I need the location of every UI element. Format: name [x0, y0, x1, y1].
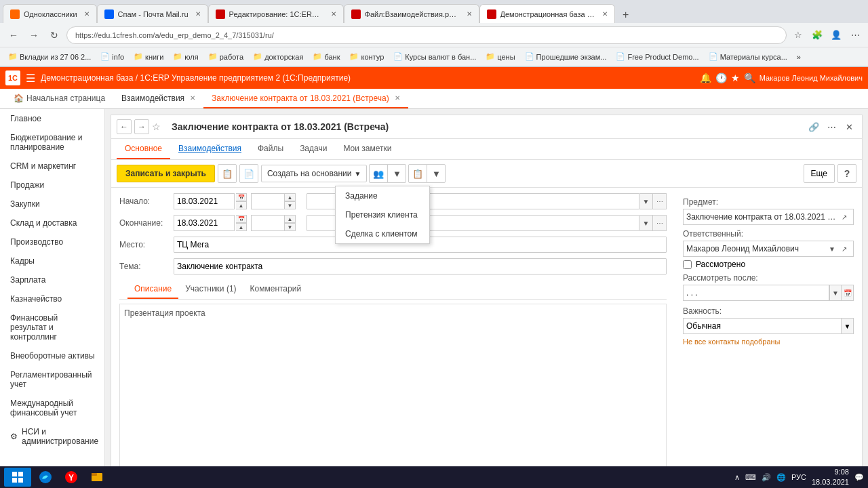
bookmark-work[interactable]: 📁 работа — [204, 51, 248, 62]
end-extra-dropdown[interactable]: ▼ — [639, 215, 653, 231]
review-after-dropdown-btn[interactable]: ▼ — [829, 285, 842, 301]
sidebar-item-purchases[interactable]: Закупки — [0, 195, 104, 214]
forward-button[interactable]: → — [26, 27, 42, 43]
sidebar-item-hr[interactable]: Кадры — [0, 251, 104, 270]
taskbar-network-icon[interactable]: 🌐 — [776, 473, 786, 482]
app-menu-button[interactable]: ☰ — [26, 72, 35, 85]
taskbar-yandex[interactable]: Y — [60, 468, 83, 487]
start-extra-btn[interactable]: ⋯ — [653, 193, 667, 209]
dropdown-item-complaint[interactable]: Претензия клиента — [336, 205, 429, 224]
end-date-input[interactable]: 18.03.2021 — [174, 215, 235, 231]
bookmark-prices[interactable]: 📁 цены — [481, 51, 519, 62]
responsible-dropdown-btn[interactable]: ▼ — [826, 245, 838, 253]
warning-text[interactable]: Не все контакты подобраны — [683, 338, 781, 346]
browser-tab-2[interactable]: Спам - Почта Mail.ru ✕ — [97, 4, 208, 23]
bookmark-yulya[interactable]: 📁 юля — [169, 51, 202, 62]
doc-action-icon[interactable]: 📋 — [408, 164, 427, 183]
start-extra-dropdown[interactable]: ▼ — [639, 193, 653, 209]
subject-link-btn[interactable]: ↗ — [838, 214, 850, 221]
theme-input[interactable]: Заключение контракта — [174, 258, 667, 274]
people-dropdown-icon[interactable]: ▼ — [387, 164, 406, 183]
doc-action-dropdown-icon[interactable]: ▼ — [427, 164, 446, 183]
sidebar-item-payroll[interactable]: Зарплата — [0, 270, 104, 289]
tab-close-5[interactable]: ✕ — [602, 10, 608, 18]
end-date-up-button[interactable]: ▲ — [236, 223, 247, 231]
tab-close-1[interactable]: ✕ — [84, 10, 90, 18]
bookmark-exams[interactable]: 📄 Прошедшие экзам... — [521, 51, 611, 62]
sidebar-item-sales[interactable]: Продажи — [0, 176, 104, 195]
sidebar-item-warehouse[interactable]: Склад и доставка — [0, 214, 104, 232]
start-date-up-button[interactable]: ▲ — [236, 201, 247, 209]
tab-close-4[interactable]: ✕ — [467, 10, 472, 18]
history-icon[interactable]: 🕐 — [715, 73, 727, 83]
end-date-cal-button[interactable]: 📅 — [236, 215, 247, 223]
review-after-field[interactable]: . . . — [683, 285, 829, 301]
start-date-cal-button[interactable]: 📅 — [236, 193, 247, 201]
bookmark-books[interactable]: 📁 книги — [130, 51, 167, 62]
bookmark-star[interactable]: ☆ — [791, 28, 806, 43]
bookmark-freedemo[interactable]: 📄 Free Product Demo... — [612, 51, 703, 62]
sidebar-item-finance[interactable]: Финансовый результат и контроллинг — [0, 308, 104, 346]
more-button[interactable]: Еще — [804, 164, 835, 183]
content-tab-participants[interactable]: Участники (1) — [178, 280, 243, 299]
new-tab-button[interactable]: + — [618, 7, 634, 23]
start-date-input[interactable]: 18.03.2021 — [174, 193, 235, 209]
bookmark-more[interactable]: » — [793, 52, 805, 62]
sidebar-item-main[interactable]: Главное — [0, 109, 104, 128]
save-close-button[interactable]: Записать и закрыть — [117, 165, 215, 182]
review-after-cal-btn[interactable]: 📅 — [842, 285, 854, 301]
browser-tab-5[interactable]: Демонстрационная база / 1С:... ✕ — [479, 4, 615, 23]
taskbar-explorer[interactable] — [85, 468, 108, 487]
address-bar[interactable]: https://edu.1cfresh.com/a/edu_erp_demo_2… — [66, 26, 787, 44]
bookmark-folders[interactable]: 📁 Вкладки из 27 06 2... — [4, 51, 95, 62]
description-box[interactable]: Презентация проекта — [119, 304, 667, 480]
doc-star-icon[interactable]: ☆ — [152, 121, 161, 132]
end-extra-btn[interactable]: ⋯ — [653, 215, 667, 231]
start-time-up[interactable]: ▲ — [285, 193, 296, 201]
back-button[interactable]: ← — [5, 27, 22, 43]
dropdown-item-deal[interactable]: Сделка с клиентом — [336, 224, 429, 243]
sidebar-item-nsi[interactable]: ⚙ НСИ и администрирование — [0, 422, 104, 451]
doc-link-icon[interactable]: 🔗 — [806, 119, 821, 134]
create-based-button[interactable]: Создать на основании ▼ — [261, 165, 367, 182]
nav-tab-document-close[interactable]: ✕ — [395, 94, 400, 102]
end-time-input[interactable] — [251, 215, 285, 231]
notification-icon[interactable]: 🔔 — [700, 73, 711, 83]
reload-button[interactable]: ↻ — [46, 27, 62, 43]
sidebar-item-crm[interactable]: CRM и маркетинг — [0, 157, 104, 176]
nav-tab-interactions-close[interactable]: ✕ — [190, 94, 195, 102]
favorites-icon[interactable]: ★ — [731, 73, 740, 83]
tab-close-3[interactable]: ✕ — [331, 10, 336, 18]
taskbar-chevron-icon[interactable]: ∧ — [734, 473, 740, 482]
doc-tab-interactions[interactable]: Взаимодействия — [170, 139, 250, 159]
start-time-input[interactable] — [251, 193, 285, 209]
doc-tab-files[interactable]: Файлы — [250, 139, 292, 159]
sidebar-item-regulated[interactable]: Регламентированный учет — [0, 365, 104, 394]
people-icon[interactable]: 👥 — [369, 164, 388, 183]
help-button[interactable]: ? — [837, 164, 856, 183]
tab-close-2[interactable]: ✕ — [195, 10, 201, 18]
extension-icon[interactable]: 🧩 — [810, 28, 825, 43]
bookmark-kontur[interactable]: 📁 контур — [345, 51, 388, 62]
importance-select[interactable]: Обычная — [683, 318, 842, 334]
taskbar-edge[interactable] — [34, 468, 57, 487]
profile-icon[interactable]: 👤 — [829, 28, 844, 43]
end-time-down[interactable]: ▼ — [285, 223, 296, 231]
reviewed-checkbox[interactable] — [683, 260, 692, 269]
taskbar-volume-icon[interactable]: 🔊 — [762, 473, 771, 482]
sidebar-item-treasury[interactable]: Казначейство — [0, 289, 104, 308]
sidebar-item-ifrs[interactable]: Международный финансовый учет — [0, 394, 104, 422]
subject-field[interactable]: Заключение контракта от 18.03.2021 (Встр… — [683, 209, 854, 225]
bookmark-dissertation[interactable]: 📁 докторская — [249, 51, 307, 62]
doc-back-button[interactable]: ← — [117, 119, 132, 134]
start-button[interactable] — [4, 468, 31, 487]
nav-tab-interactions[interactable]: Взаимодействия ✕ — [113, 89, 203, 108]
doc-more-icon[interactable]: ⋯ — [824, 119, 839, 134]
doc-tab-notes[interactable]: Мои заметки — [335, 139, 399, 159]
dropdown-item-task[interactable]: Задание — [336, 186, 429, 205]
sidebar-item-assets[interactable]: Внеоборотные активы — [0, 346, 104, 365]
sidebar-item-budget[interactable]: Бюджетирование и планирование — [0, 128, 104, 157]
nav-tab-document[interactable]: Заключение контракта от 18.03.2021 (Встр… — [203, 89, 408, 108]
start-time-down[interactable]: ▼ — [285, 201, 296, 209]
doc-tab-main[interactable]: Основное — [117, 139, 170, 159]
